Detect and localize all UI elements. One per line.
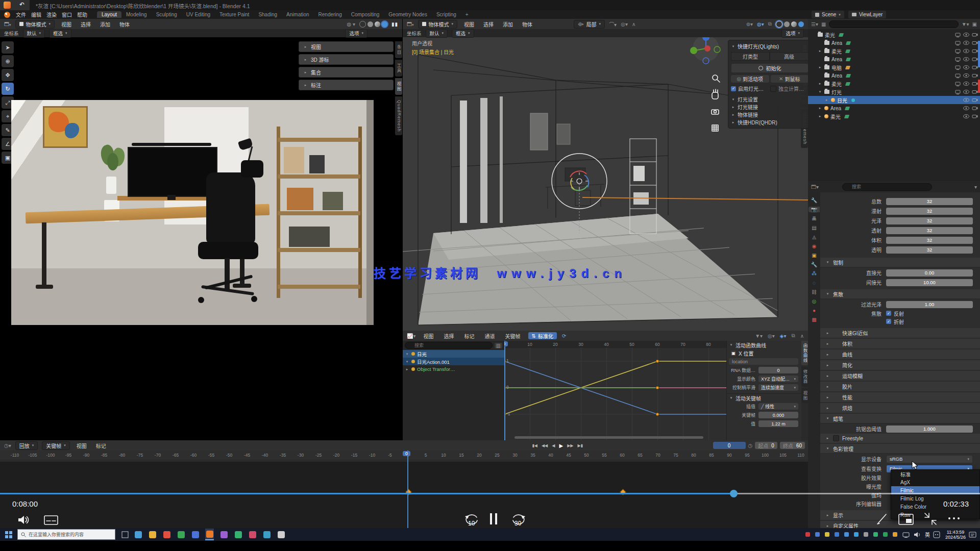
outliner-row[interactable]: ▸ 柔光 (808, 80, 980, 88)
menu-item[interactable]: 帮助 (75, 11, 90, 18)
render-camera-icon[interactable] (972, 82, 978, 86)
dropdown-option[interactable]: 标准 (891, 470, 979, 478)
value-slider[interactable]: 32 (886, 237, 973, 244)
workspace-tab[interactable]: Texture Paint (215, 11, 254, 18)
render-camera-icon[interactable] (972, 33, 978, 37)
collapsed-panel-header[interactable]: ▸简化 (820, 360, 980, 371)
qlights-align-active-button[interactable]: ◎到活动项 (731, 75, 769, 83)
editor-type-icon[interactable]: 📈▾ (407, 333, 416, 339)
color-management-section-header[interactable]: ▾色彩管理 (820, 444, 980, 454)
mode-dropdown[interactable]: 物体模式▾ (15, 20, 55, 29)
selectable-icon[interactable] (955, 65, 961, 70)
menu-item[interactable]: 窗口 (59, 11, 75, 18)
value-slider[interactable]: 32 (886, 217, 973, 224)
value-slider[interactable]: 32 (886, 208, 973, 215)
tab-modifiers[interactable]: 🔧 (811, 262, 817, 267)
render-camera-icon[interactable] (972, 65, 978, 69)
ime-mode-icon[interactable] (933, 531, 940, 538)
qlights-tab[interactable]: 高级 (770, 52, 808, 61)
render-camera-icon[interactable] (972, 90, 978, 94)
graph-snap-icon[interactable]: ◈▾ (780, 333, 787, 339)
more-options-icon[interactable] (948, 517, 960, 519)
jump-to-end-button[interactable]: ▶▮ (576, 443, 584, 448)
tray-icon[interactable] (815, 532, 820, 537)
task-view-icon[interactable] (121, 531, 129, 538)
outliner-row[interactable]: ▸ 柔光 (808, 112, 980, 120)
refractive-checkbox[interactable]: ✓ (886, 319, 891, 324)
hide-eye-icon[interactable] (963, 49, 969, 53)
clamping-section-header[interactable]: ▾钳制 (820, 258, 980, 268)
value-slider[interactable]: 32 (886, 198, 973, 205)
graph-curve-area[interactable]: 01020304050607080 0 10-1 (504, 341, 727, 440)
selectable-icon[interactable] (955, 57, 961, 62)
viewport-left[interactable]: 🗔▾ 物体模式▾ 视图 选择 添加 物体 ◍ ▾ ▮▮ 坐标系 默认▾ (0, 19, 402, 440)
shading-mode-icons[interactable] (359, 21, 387, 28)
taskbar-app-icon[interactable] (205, 529, 214, 540)
viewport-menu-item[interactable]: 添加 (500, 20, 516, 28)
keyframe-frame-field[interactable]: 0.000 (758, 412, 798, 418)
qlights-section-header[interactable]: ▾灯光设置 (731, 95, 808, 103)
sidebar-tab[interactable]: 视图 (395, 78, 402, 95)
rewind-10-icon[interactable]: 10 (463, 512, 480, 528)
hide-eye-icon[interactable] (963, 90, 969, 94)
display-device-dropdown[interactable]: sRGB▾ (886, 455, 973, 463)
selectable-icon[interactable] (955, 49, 961, 54)
value-slider[interactable]: 1.00 (886, 301, 973, 308)
menu-item[interactable]: 渲染 (44, 11, 59, 18)
graph-h-scrollbar[interactable] (514, 436, 703, 439)
current-frame-field[interactable]: 0 (713, 442, 746, 449)
taskbar-app-icon[interactable] (162, 529, 171, 540)
normalize-toggle[interactable]: ⇅标准化 (528, 332, 557, 339)
sidebar-tab[interactable]: 视图 (801, 388, 808, 403)
orientation-dropdown[interactable]: 默认▾ (426, 29, 448, 38)
overlays-icon[interactable]: ◍ ▾ (347, 21, 355, 27)
collapsed-panel-header[interactable]: ▸体积 (820, 339, 980, 349)
rna-path-field[interactable]: location (729, 358, 798, 365)
outliner-display-mode-icon[interactable]: ☰▾ (811, 21, 818, 27)
menu-item[interactable]: 文件 (13, 11, 29, 18)
freestyle-section-header[interactable]: ▸Freestyle (820, 434, 980, 444)
grease-pencil-section-header[interactable]: ▾蜡笔 (820, 414, 980, 424)
auto-normalize-icon[interactable]: ⟳ (562, 333, 566, 339)
tab-physics[interactable]: ◌ (813, 280, 816, 286)
sidebar-tab[interactable]: QuadRemesh (395, 96, 402, 135)
xray-icon[interactable]: ⧉ (768, 21, 772, 27)
shading-mode-icons[interactable] (776, 21, 804, 28)
render-camera-icon[interactable] (972, 57, 978, 61)
workspace-tab[interactable]: + (461, 11, 473, 18)
select-tool-dropdown[interactable]: 框选▾ (49, 29, 71, 38)
hide-eye-icon[interactable] (963, 73, 969, 78)
qlights-enable-checkbox[interactable]: ✓ (731, 86, 736, 91)
render-camera-icon[interactable] (972, 98, 978, 102)
tray-icon[interactable] (893, 532, 897, 537)
ime-language-indicator[interactable]: 英 (925, 531, 930, 538)
sidebar-panel-header[interactable]: ▸3D 游标 (299, 54, 394, 65)
gizmo-toggle-icon[interactable]: ⊚▾ (746, 21, 753, 27)
keyframe-value-field[interactable]: 1.22 m (758, 420, 798, 427)
tab-viewlayer[interactable]: ▤ (812, 225, 816, 231)
playback-menu[interactable]: 回放▾ (15, 441, 38, 450)
back-arrow-icon[interactable]: ↶ (19, 1, 24, 8)
taskbar-clock[interactable]: 11:43:59 2024/5/26 (945, 530, 966, 540)
subtitle-icon[interactable] (44, 515, 58, 525)
viewport-main[interactable]: 🗔▾ 物体模式▾ 视图 选择 添加 物体 ⟴局部▾ ⌒▾ ◎▾ ∧ ⊚▾ ◍▾ … (403, 19, 808, 331)
forward-30-icon[interactable]: 30 (510, 512, 527, 528)
selectable-icon[interactable] (955, 73, 961, 78)
viewport-menu-item[interactable]: 物体 (520, 20, 535, 28)
value-slider[interactable]: 10.00 (886, 279, 973, 286)
tray-icon[interactable] (805, 532, 810, 537)
jump-to-start-button[interactable]: ▮◀ (530, 443, 539, 448)
progress-handle[interactable] (730, 490, 738, 497)
frame-start-field[interactable]: 起点0 (755, 442, 777, 449)
qlights-section-header[interactable]: ▸灯光链接 (731, 103, 808, 111)
properties-breadcrumb-icon[interactable]: 🗔▾ (811, 184, 819, 190)
workspace-tab[interactable]: Shading (254, 11, 282, 18)
tab-scene[interactable]: ◬ (812, 234, 816, 240)
tray-icon[interactable] (883, 532, 888, 537)
timeline-view-menu[interactable]: 视图 (74, 442, 89, 449)
overlays-icon[interactable]: ◍▾ (757, 21, 764, 27)
edit-pencil-icon[interactable] (876, 512, 889, 525)
collapsed-panel-header[interactable]: ▸运动模糊 (820, 371, 980, 382)
collapsed-panel-header[interactable]: ▸快速GI近似 (820, 328, 980, 339)
reflective-checkbox[interactable]: ✓ (886, 311, 891, 316)
